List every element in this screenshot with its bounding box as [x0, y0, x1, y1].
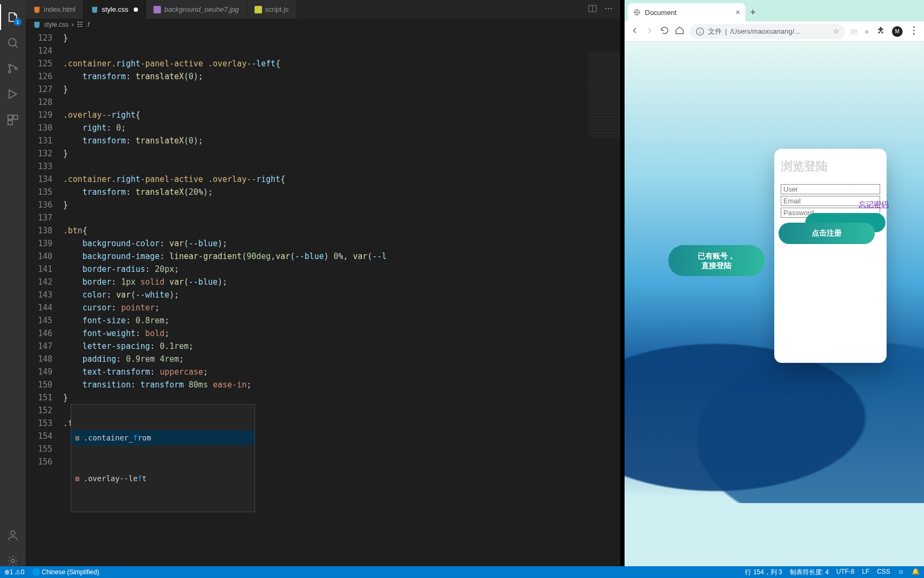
- star-icon[interactable]: ☆: [833, 27, 840, 35]
- breadcrumb-file: style.css: [44, 21, 68, 28]
- intellisense-popup[interactable]: ▥ .container_from ▥ .overlay--left: [71, 404, 255, 512]
- extension-ae-icon[interactable]: æ: [850, 27, 858, 36]
- register-button[interactable]: 点击注册: [779, 223, 875, 244]
- form-title: 浏览登陆: [781, 158, 880, 174]
- search-icon[interactable]: [0, 30, 26, 56]
- url-path: /Users/maoxuanang/...: [730, 27, 800, 35]
- explorer-icon[interactable]: 1: [0, 4, 26, 30]
- suggest-item[interactable]: ▥ .overlay--left: [71, 471, 255, 486]
- url-scheme: 文件: [708, 27, 722, 36]
- status-errors[interactable]: ⊗1 ⚠0: [4, 568, 25, 576]
- browser-toolbar: 文件 | /Users/maoxuanang/... ☆ æ ● M: [625, 21, 924, 42]
- tab-label: index.html: [44, 5, 75, 13]
- svg-point-18: [913, 29, 915, 31]
- svg-rect-9: [153, 6, 161, 13]
- browser-menu-icon[interactable]: [909, 26, 919, 37]
- suggest-label: .container_from: [83, 431, 151, 444]
- line-gutter: 123 124 125 126 127 128 129 130 131 132 …: [26, 31, 63, 578]
- svg-rect-6: [8, 120, 12, 125]
- page-viewport: 浏览登陆 忘记密码 点击注册 已有账号，直接登陆: [625, 42, 924, 578]
- status-bar: ⊗1 ⚠0 🌐 Chinese (Simplified) 行 154，列 3 制…: [0, 566, 924, 578]
- svg-point-13: [608, 7, 610, 9]
- svg-point-17: [913, 26, 915, 28]
- explorer-badge: 1: [14, 18, 21, 26]
- svg-point-14: [611, 7, 612, 9]
- home-icon[interactable]: [675, 26, 684, 37]
- signup-card: 浏览登陆: [774, 149, 887, 363]
- svg-rect-4: [8, 115, 12, 119]
- snippet-icon: ▥: [75, 472, 79, 485]
- source-control-icon[interactable]: [0, 56, 26, 81]
- login-button[interactable]: 已有账号，直接登陆: [668, 245, 765, 276]
- status-eol[interactable]: LF: [862, 568, 869, 577]
- browser-window: Document × + 文件 | /Users/maoxuanang/... …: [625, 0, 924, 578]
- svg-point-1: [9, 64, 11, 66]
- svg-point-19: [913, 33, 915, 34]
- tab-index-html[interactable]: index.html: [26, 0, 83, 19]
- tab-background-jpg[interactable]: background_oeuhe7.jpg: [146, 0, 247, 19]
- editor: index.html style.css background_oeuhe7.j…: [26, 0, 620, 578]
- browser-tab-title: Document: [645, 9, 676, 17]
- code-content[interactable]: } .container.right-panel-active .overlay…: [63, 31, 588, 578]
- reload-icon[interactable]: [660, 26, 669, 37]
- extensions-puzzle-icon[interactable]: [876, 26, 886, 37]
- minimap[interactable]: [588, 31, 620, 578]
- tab-dirty-indicator: [134, 7, 138, 12]
- svg-rect-10: [255, 6, 262, 13]
- info-icon: [695, 27, 705, 36]
- svg-point-8: [11, 559, 14, 562]
- status-tabsize[interactable]: 制表符长度: 4: [790, 568, 829, 577]
- close-icon[interactable]: ×: [736, 8, 740, 17]
- tab-script-js[interactable]: script.js: [247, 0, 297, 19]
- status-language-mode[interactable]: 🌐 Chinese (Simplified): [32, 568, 99, 576]
- breadcrumb-symbol: .f: [86, 21, 90, 28]
- run-debug-icon[interactable]: [0, 81, 26, 107]
- svg-point-7: [11, 531, 15, 535]
- extensions-icon[interactable]: [0, 107, 26, 133]
- profile-avatar[interactable]: M: [892, 26, 903, 37]
- browser-tabstrip: Document × +: [625, 0, 924, 21]
- user-field[interactable]: [781, 184, 880, 194]
- svg-point-2: [9, 71, 11, 73]
- status-filetype[interactable]: CSS: [877, 568, 890, 577]
- tab-label: script.js: [265, 5, 289, 13]
- account-icon[interactable]: [0, 522, 26, 548]
- svg-point-12: [605, 7, 607, 9]
- suggest-item[interactable]: ▥ .container_from: [71, 430, 255, 445]
- tab-style-css[interactable]: style.css: [83, 0, 146, 19]
- globe-icon: [633, 9, 641, 16]
- status-encoding[interactable]: UTF-8: [836, 568, 854, 577]
- editor-tabs: index.html style.css background_oeuhe7.j…: [26, 0, 620, 19]
- status-cursor[interactable]: 行 154，列 3: [745, 568, 782, 577]
- forward-icon[interactable]: [645, 26, 654, 37]
- tab-more-icon[interactable]: [604, 4, 613, 15]
- status-bell-icon[interactable]: 🔔: [912, 568, 920, 577]
- tab-label: style.css: [102, 5, 128, 13]
- forgot-link[interactable]: 忘记密码: [859, 200, 889, 210]
- new-tab-button[interactable]: +: [745, 3, 760, 21]
- activity-bar: 1: [0, 0, 26, 578]
- back-icon[interactable]: [630, 26, 640, 37]
- suggest-label: .overlay--left: [83, 472, 147, 485]
- tab-label: background_oeuhe7.jpg: [164, 5, 239, 13]
- address-bar[interactable]: 文件 | /Users/maoxuanang/... ☆: [690, 24, 845, 39]
- browser-tab[interactable]: Document ×: [628, 3, 745, 21]
- snippet-icon: ▥: [75, 431, 79, 444]
- split-divider[interactable]: [620, 0, 625, 578]
- extension-circle-icon[interactable]: ●: [864, 27, 869, 36]
- split-editor-icon[interactable]: [588, 4, 597, 15]
- breadcrumb[interactable]: style.css › ☷ .f: [26, 19, 620, 31]
- status-feedback-icon[interactable]: ☺: [898, 568, 904, 577]
- svg-point-0: [9, 39, 16, 46]
- svg-rect-5: [13, 115, 18, 119]
